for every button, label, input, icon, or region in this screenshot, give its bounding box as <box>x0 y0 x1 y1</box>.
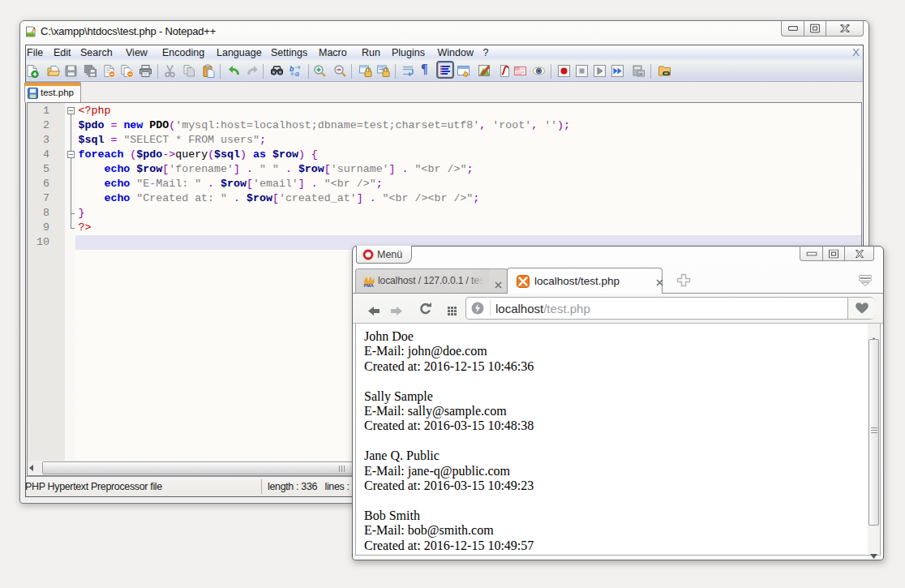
svg-text:ue: ue <box>638 71 643 76</box>
svg-text:PMA: PMA <box>364 283 374 287</box>
svg-text:b: b <box>290 65 294 73</box>
